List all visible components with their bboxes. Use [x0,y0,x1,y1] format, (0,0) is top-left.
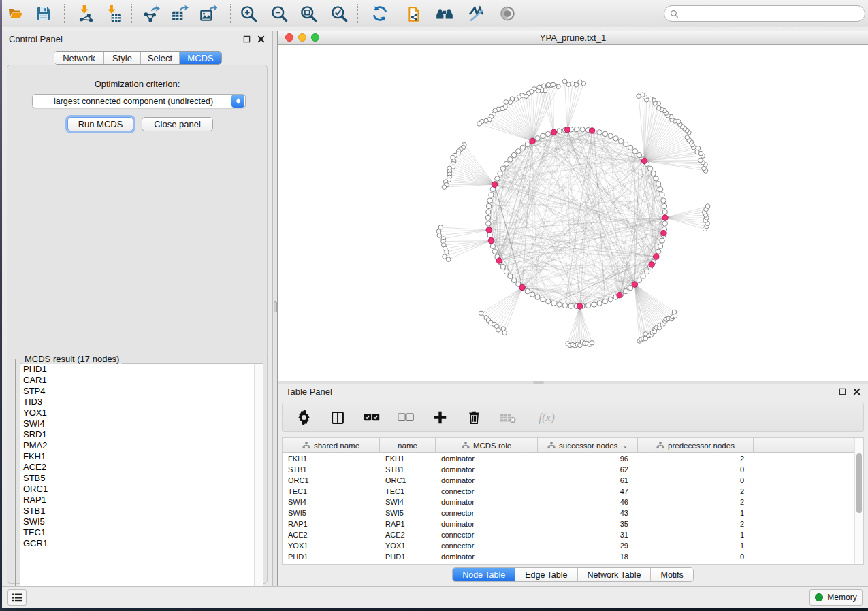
table-scrollbar[interactable] [854,438,863,564]
network-node[interactable] [661,198,666,203]
zoom-selected-button[interactable] [329,4,349,23]
network-node[interactable] [660,193,664,197]
network-node[interactable] [608,133,613,138]
import-network-button[interactable] [76,4,96,23]
mcds-list-scrollbar[interactable] [254,364,263,599]
leaf-node[interactable] [484,118,489,123]
mcds-hub-node[interactable] [632,282,637,287]
float-panel-icon[interactable] [838,387,847,396]
network-node[interactable] [535,295,540,299]
import-table-button[interactable] [103,4,124,23]
network-node[interactable] [585,303,590,308]
leaf-node[interactable] [446,257,451,262]
table-row[interactable]: PHD1PHD1dominator180 [283,551,863,562]
close-panel-button[interactable]: Close panel [142,117,213,131]
tab-node-table[interactable]: Node Table [453,568,515,581]
table-scrollbar-thumb[interactable] [856,453,862,513]
zoom-out-button[interactable] [269,4,289,23]
network-node[interactable] [508,157,513,162]
network-node[interactable] [508,274,513,278]
network-node[interactable] [658,244,662,248]
mcds-hub-node[interactable] [662,215,668,220]
network-node[interactable] [498,171,502,176]
network-node[interactable] [602,131,607,136]
network-node[interactable] [574,127,579,131]
leaf-node[interactable] [698,158,703,163]
tab-style[interactable]: Style [104,52,141,64]
run-mcds-button[interactable]: Run MCDS [67,117,133,131]
leaf-node[interactable] [696,146,701,150]
network-node[interactable] [662,221,667,226]
table-row[interactable]: FKH1FKH1dominator962 [283,453,863,464]
export-table-button[interactable] [170,4,190,23]
leaf-node[interactable] [445,250,449,254]
leaf-node[interactable] [648,97,653,101]
network-node[interactable] [546,299,551,303]
network-canvas[interactable] [278,45,868,381]
leaf-node[interactable] [501,327,506,331]
network-node[interactable] [492,249,497,254]
leaf-node[interactable] [477,122,482,127]
network-node[interactable] [541,297,545,301]
table-row[interactable]: SWI4SWI4dominator462 [283,497,863,508]
network-node[interactable] [487,198,492,203]
export-network-button[interactable] [141,4,161,23]
network-node[interactable] [495,176,500,181]
mcds-hub-node[interactable] [661,230,666,235]
save-session-button[interactable] [33,4,54,23]
leaf-node[interactable] [590,341,594,346]
column-header-shared-name[interactable]: shared name [283,438,380,452]
close-panel-icon[interactable] [257,35,266,44]
network-node[interactable] [525,142,530,146]
network-node[interactable] [511,278,516,282]
network-node[interactable] [511,152,516,157]
leaf-node[interactable] [496,328,501,333]
deselect-all-rows-button[interactable] [397,409,415,427]
leaf-node[interactable] [524,94,528,99]
network-node[interactable] [656,182,660,186]
network-node[interactable] [557,302,562,307]
network-node[interactable] [637,278,641,282]
tab-network[interactable]: Network [54,52,104,64]
divider-grip[interactable] [274,301,277,312]
leaf-node[interactable] [672,310,677,314]
show-column-panel-button[interactable] [329,409,347,427]
network-node[interactable] [500,265,505,269]
mcds-result-item[interactable]: ACE2 [20,462,263,473]
show-graphics-details-button[interactable] [497,4,517,23]
leaf-node[interactable] [479,311,483,316]
table-row[interactable]: YOX1YOX1connector291 [283,540,863,551]
network-node[interactable] [546,131,551,136]
network-node[interactable] [486,210,491,214]
leaf-node[interactable] [442,185,447,190]
network-node[interactable] [651,171,656,176]
show-task-history-button[interactable] [7,589,27,606]
tab-select[interactable]: Select [141,52,180,64]
network-node[interactable] [647,166,652,171]
global-search-field[interactable] [664,5,865,22]
leaf-node[interactable] [566,82,571,87]
function-builder-button[interactable]: f(x) [533,409,560,427]
leaf-node[interactable] [705,204,710,209]
network-node[interactable] [597,301,602,306]
network-node[interactable] [562,303,567,308]
tab-network-table[interactable]: Network Table [578,568,652,581]
column-header-name[interactable]: name [380,438,436,452]
leaf-node[interactable] [514,97,519,102]
network-node[interactable] [541,133,545,138]
network-node[interactable] [597,130,602,135]
mcds-hub-node[interactable] [496,258,502,263]
table-row[interactable]: RAP1RAP1dominator352 [283,518,863,529]
mcds-hub-node[interactable] [564,127,570,133]
table-row[interactable]: TEC1TEC1connector472 [283,486,863,497]
mcds-hub-node[interactable] [519,284,525,290]
network-node[interactable] [520,145,525,150]
network-node[interactable] [568,303,573,308]
mcds-result-item[interactable]: SRD1 [20,429,263,440]
network-node[interactable] [485,215,490,220]
network-node[interactable] [637,152,641,157]
select-all-rows-button[interactable] [363,409,381,427]
network-node[interactable] [500,166,505,171]
export-image-button[interactable] [198,4,219,23]
search-objects-button[interactable] [434,4,455,23]
